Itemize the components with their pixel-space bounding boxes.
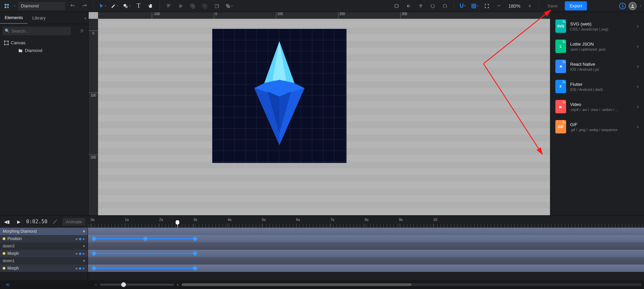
group-button[interactable] [188,1,197,11]
animate-button[interactable]: Animate [62,218,85,226]
track-strip[interactable] [88,265,644,272]
play-button[interactable]: ▶ [14,217,23,226]
prev-keyframe-button[interactable]: ◂ [75,236,77,241]
export-item-svg-web-[interactable]: SVGSVG (web)CSS / JavaScript (.svg)› [550,16,644,36]
hand-tool-button[interactable] [146,1,155,11]
user-menu-caret-icon[interactable]: ▾ [640,4,641,7]
keyframe-diamond-icon[interactable]: ◆ [79,266,82,271]
prev-keyframe-button[interactable]: ◂ [75,251,77,256]
tab-elements[interactable]: Elements [0,12,28,24]
track-label-morph[interactable]: Morph◂◆▸ [0,250,88,257]
go-to-start-button[interactable]: ◀▮ [3,217,11,226]
bounds-icon[interactable] [392,1,401,11]
keyframe[interactable] [91,251,97,256]
track-strip[interactable] [88,257,644,265]
save-button[interactable]: Save [543,1,562,10]
grid-button[interactable]: ▾ [470,1,479,11]
track-strip[interactable] [88,250,644,257]
track-label-down1[interactable]: down1▾ [0,257,88,265]
flip-h-button[interactable] [404,1,413,11]
export-item-flutter[interactable]: FFlutteriOS / Android (.dart)› [550,76,644,97]
export-panel: SVGSVG (web)CSS / JavaScript (.svg)›LLot… [550,12,644,215]
keyframe[interactable] [91,266,97,271]
flip-v-button[interactable] [416,1,425,11]
next-keyframe-button[interactable]: ▸ [83,251,85,256]
timeline-ruler[interactable]: 0s1s2s3s4s5s6s7s8s9s10 [88,216,644,228]
text-tool-button[interactable]: T [134,1,143,11]
rotate-cw-button[interactable] [440,1,450,11]
align-middle-button[interactable] [176,1,185,11]
playhead[interactable] [177,221,178,228]
boolean-button[interactable]: ▾ [224,1,234,11]
pen-tool-button[interactable]: ▾ [110,1,119,11]
search-input[interactable] [3,27,71,35]
timeline-panel: ◀▮ ▶ 0:02.50 Animate 0s1s2s3s4s5s6s7s8s9… [0,215,644,289]
undo-button[interactable] [68,1,77,11]
shape-tool-button[interactable]: ▾ [122,1,131,11]
export-item-lottie-json[interactable]: LLottie JSON.json / optimized .json› [550,36,644,56]
track-label-down3[interactable]: down3▾ [0,242,88,250]
canvas-area[interactable]: -100 0 100 200 300 0 100 200 [89,12,550,215]
diamond-artwork[interactable] [251,40,308,147]
timeline-zoom-slider[interactable] [100,284,174,286]
svg-point-1 [7,4,9,5]
export-item-video[interactable]: ▶Video.mp4 / .avi / .mov / .webm / ...› [550,97,644,117]
artboard[interactable] [212,29,347,163]
timeline-scrollbar[interactable] [182,283,641,286]
export-item-sub: CSS / JavaScript (.svg) [570,27,633,31]
keyframe-diamond-icon[interactable]: ◆ [79,251,82,256]
user-avatar[interactable] [629,2,637,10]
select-tool-button[interactable]: ▾ [98,1,107,11]
timeline-object-header[interactable]: Morphing Diamond▾ [0,228,88,235]
snap-button[interactable]: U▾ [458,1,467,11]
keyframe[interactable] [192,266,198,271]
tree-diamond-item[interactable]: Diamond [3,47,86,54]
keyframe[interactable] [91,236,97,241]
next-keyframe-button[interactable]: ▸ [83,266,85,271]
tab-library[interactable]: Library [28,12,50,24]
loop-button[interactable]: ⟲ [3,280,12,289]
easing-button[interactable] [51,217,59,226]
redo-button[interactable] [80,1,89,11]
search-icon: 🔍 [5,28,10,33]
align-top-button[interactable] [164,1,173,11]
svg-point-27 [632,4,634,6]
keyframe[interactable] [192,236,198,241]
svg-rect-7 [168,5,169,7]
vertical-ruler[interactable]: 0 100 200 [89,19,98,215]
chevron-right-icon: › [637,43,639,49]
export-item-sub: iOS / Android (.js) [570,67,633,71]
keyframe[interactable] [143,236,148,241]
notification-badge[interactable]: 3 [619,3,626,9]
collapse-panel-chevron-icon[interactable]: ‹ [85,15,86,21]
keyframe[interactable] [192,251,198,256]
track-strip[interactable] [88,235,644,242]
zoom-level-label[interactable]: 180% [508,3,520,9]
keyframe-diamond-icon[interactable]: ◆ [79,236,82,241]
export-item-gif[interactable]: GIFGIF.gif / .png / .webp / sequence› [550,117,644,137]
document-name-input[interactable] [18,2,65,10]
zoom-out-button[interactable]: − [494,1,504,11]
export-button[interactable]: Export [565,1,587,10]
track-strip[interactable] [88,242,644,250]
clip-button[interactable] [212,1,222,11]
file-icon: F [555,80,566,93]
app-logo-icon[interactable] [3,2,11,10]
ungroup-button[interactable] [200,1,210,11]
fit-button[interactable] [482,1,492,11]
keyframe-dot-icon [3,267,5,270]
next-keyframe-button[interactable]: ▸ [83,236,85,241]
prev-keyframe-button[interactable]: ◂ [75,266,77,271]
export-item-react-native[interactable]: ⚛React NativeiOS / Android (.js)› [550,56,644,76]
tree-canvas-item[interactable]: Canvas [3,39,86,47]
rotate-ccw-button[interactable] [428,1,438,11]
zoom-out-timeline-button[interactable]: − [95,282,97,287]
zoom-in-timeline-button[interactable]: + [177,282,179,287]
track-label-position[interactable]: Position◂◆▸ [0,235,88,242]
app-menu-caret-icon[interactable]: ▾ [14,4,15,7]
zoom-in-button[interactable]: + [525,1,535,11]
sort-button[interactable] [79,26,86,36]
horizontal-ruler[interactable]: -100 0 100 200 300 [98,12,550,19]
track-label-morph[interactable]: Morph◂◆▸ [0,265,88,272]
ruler-tick: 0 [89,31,98,35]
